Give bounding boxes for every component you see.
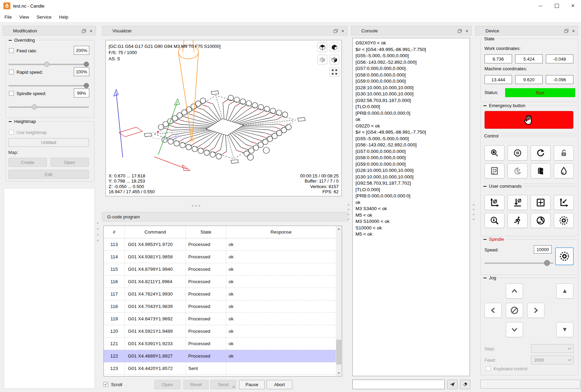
float-panel-icon[interactable]	[564, 29, 569, 33]
table-row[interactable]: 116G01 X4.8211Y1.9964Processedok	[104, 276, 336, 288]
collapse-icon[interactable]	[483, 186, 487, 187]
console-send-button[interactable]	[447, 380, 458, 389]
table-row[interactable]: 120G01 X4.5921Y1.9489Processedok	[104, 325, 336, 338]
view-isometric-button[interactable]	[330, 42, 339, 52]
console-input[interactable]	[352, 380, 445, 389]
heightmap-create-button[interactable]: Create	[8, 158, 47, 167]
feed-rate-value[interactable]: 200%	[74, 46, 89, 55]
zero-xy-button[interactable]	[484, 195, 504, 210]
collapse-icon[interactable]	[483, 105, 487, 106]
table-row[interactable]: 122G01 X4.4889Y1.8927Processedok	[104, 350, 336, 362]
jog-y-minus-button[interactable]	[506, 322, 523, 337]
flood-button[interactable]	[554, 163, 574, 178]
column-header[interactable]: Response	[226, 226, 336, 238]
menu-item-help[interactable]: Help	[55, 13, 72, 21]
splitter-handle[interactable]	[192, 205, 200, 207]
heightmap-open-button[interactable]: Open	[50, 158, 89, 167]
splitter-handle[interactable]	[97, 222, 99, 241]
close-panel-icon[interactable]: ×	[464, 29, 469, 33]
keyboard-control-checkbox[interactable]	[486, 366, 491, 371]
home-search-button[interactable]	[484, 145, 504, 161]
step-dropdown[interactable]	[531, 344, 574, 353]
cutter-button[interactable]	[554, 213, 574, 228]
feed-rate-checkbox[interactable]	[9, 48, 14, 53]
jog-z-plus-button[interactable]: ▲	[556, 283, 573, 299]
spindle-speed-checkbox[interactable]	[9, 91, 14, 96]
probe-button[interactable]	[484, 213, 504, 228]
shutter-button[interactable]	[531, 213, 551, 228]
rapid-speed-slider[interactable]	[8, 85, 89, 86]
pause-button[interactable]: Pause	[239, 380, 265, 389]
jog-x-minus-button[interactable]	[484, 303, 502, 318]
abort-button[interactable]: Abort	[267, 380, 292, 389]
scrollbar-thumb[interactable]	[336, 340, 341, 364]
send-menu-icon[interactable]: ◢	[232, 385, 234, 388]
sleep-button[interactable]	[508, 163, 528, 178]
minimize-button[interactable]	[532, 0, 549, 12]
jog-z-minus-button[interactable]: ▼	[556, 322, 573, 337]
spindle-speed-slider-handle[interactable]	[32, 104, 37, 110]
menu-item-file[interactable]: File	[1, 13, 16, 21]
door-button[interactable]	[531, 163, 551, 178]
table-row[interactable]: 121G01 X4.5391Y1.9233Processedok	[104, 338, 336, 350]
collapse-icon[interactable]	[9, 121, 12, 122]
close-panel-icon[interactable]: ×	[89, 29, 93, 33]
close-button[interactable]: ×	[565, 0, 581, 12]
jog-x-plus-button[interactable]	[527, 303, 544, 318]
zero-z-button[interactable]	[508, 195, 528, 210]
menu-item-view[interactable]: View	[16, 13, 33, 21]
splitter-handle[interactable]	[473, 204, 474, 220]
run-user-command-button[interactable]	[508, 213, 528, 228]
view-left-button[interactable]	[330, 55, 339, 64]
emergency-stop-button[interactable]	[484, 111, 573, 129]
rapid-speed-slider-handle[interactable]	[84, 83, 89, 88]
float-panel-icon[interactable]	[81, 29, 86, 33]
spindle-speed-input[interactable]: 10000	[534, 245, 552, 254]
jog-y-plus-button[interactable]	[506, 283, 523, 299]
origin-button[interactable]	[531, 195, 551, 210]
float-panel-icon[interactable]	[457, 29, 462, 33]
spindle-toggle-button[interactable]	[555, 247, 574, 265]
fit-view-button[interactable]	[330, 67, 339, 77]
use-heightmap-checkbox[interactable]	[9, 130, 14, 135]
visualizer-viewport[interactable]: [GC:G1 G54 G17 G21 G90 G94 M3 M9 T0 F75 …	[106, 40, 342, 196]
view-top-button[interactable]	[318, 42, 327, 52]
feed-rate-slider-handle[interactable]	[84, 62, 89, 67]
close-panel-icon[interactable]: ×	[340, 29, 345, 33]
spindle-slider-handle[interactable]	[544, 260, 550, 266]
unlock-button[interactable]	[554, 145, 574, 161]
spindle-slider[interactable]	[484, 262, 553, 264]
restore-origin-button[interactable]	[554, 195, 574, 210]
rapid-speed-checkbox[interactable]	[9, 70, 14, 74]
spindle-speed-slider[interactable]	[8, 106, 89, 108]
view-front-button[interactable]	[318, 55, 327, 64]
table-row[interactable]: 115G01 X4.8799Y1.9940Processedok	[104, 263, 336, 276]
column-header[interactable]: State	[186, 226, 226, 238]
table-row[interactable]: 123G01 X4.4420Y1.8572Sent	[104, 362, 336, 375]
reset-button[interactable]: Reset	[183, 380, 209, 389]
table-row[interactable]: 119G01 X4.6473Y1.9692Processedok	[104, 313, 336, 325]
column-header[interactable]: #	[104, 226, 124, 238]
table-row[interactable]: 114G01 X4.9381Y1.9858Processedok	[104, 251, 336, 263]
scrollbar-down-icon[interactable]: ▼	[336, 370, 342, 376]
collapse-icon[interactable]	[483, 239, 487, 240]
hold-button[interactable]	[508, 145, 528, 161]
collapse-icon[interactable]	[9, 40, 12, 41]
splitter-handle[interactable]	[348, 204, 349, 220]
feed-dropdown[interactable]: 2000	[531, 355, 574, 364]
table-row[interactable]: 117G01 X4.7624Y1.9930Processedok	[104, 288, 336, 300]
console-output[interactable]: G92X0Y0 < ok $# < [G54:-49.995,-86.991,-…	[352, 38, 470, 376]
console-clear-button[interactable]	[460, 380, 470, 389]
table-row[interactable]: 113G01 X4.9953Y1.9720Processedok	[104, 238, 336, 251]
check-mode-button[interactable]	[484, 163, 504, 178]
jog-stop-button[interactable]	[506, 303, 523, 318]
gcode-table[interactable]: # Command State Response 113G01 X4.9953Y…	[103, 226, 342, 376]
scroll-checkbox[interactable]: ✓	[103, 382, 108, 387]
collapse-icon[interactable]	[483, 278, 487, 278]
heightmap-edit-button[interactable]: Edit	[8, 170, 89, 179]
scrollbar-up-icon[interactable]: ▲	[336, 226, 342, 232]
column-header[interactable]: Command	[124, 226, 186, 238]
spindle-speed-value[interactable]: 99%	[74, 89, 89, 97]
soft-reset-button[interactable]	[531, 145, 551, 161]
table-scrollbar[interactable]: ▲ ▼	[336, 226, 342, 376]
